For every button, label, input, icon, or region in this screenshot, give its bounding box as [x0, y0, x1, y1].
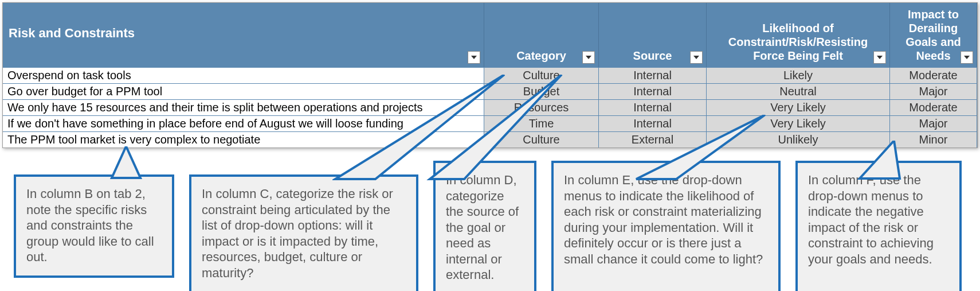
col-header-source-label: Source [633, 49, 672, 63]
callout-f-text: In column F, use the drop-down menus to … [808, 173, 934, 266]
callout-pointer-c2 [424, 75, 573, 181]
svg-marker-2 [693, 56, 699, 59]
svg-marker-0 [471, 56, 477, 59]
svg-marker-1 [586, 56, 591, 59]
callout-pointer-b [109, 146, 143, 181]
col-header-likelihood-label: Likelihood of Constraint/Risk/Resisting … [712, 21, 884, 63]
svg-marker-8 [636, 115, 765, 179]
callout-pointer-e [630, 115, 779, 181]
callout-pointer-f [854, 141, 911, 181]
filter-dropdown-source[interactable] [690, 51, 703, 64]
col-header-likelihood: Likelihood of Constraint/Risk/Resisting … [707, 3, 890, 67]
cell-likelihood[interactable]: Likely [707, 68, 890, 83]
svg-marker-4 [964, 56, 970, 59]
col-header-impact: Impact to Derailing Goals and Needs [890, 3, 977, 67]
svg-marker-7 [430, 75, 562, 179]
col-header-impact-label: Impact to Derailing Goals and Needs [896, 7, 971, 63]
callout-column-c: In column C, categorize the risk or cons… [189, 174, 418, 291]
filter-dropdown-impact[interactable] [961, 51, 973, 64]
cell-impact[interactable]: Moderate [890, 100, 977, 115]
col-header-category-label: Category [516, 49, 566, 63]
cell-source[interactable]: Internal [599, 84, 707, 99]
cell-likelihood[interactable]: Neutral [707, 84, 890, 99]
callout-e-text: In column E, use the drop-down menus to … [564, 173, 763, 266]
cell-source[interactable]: Internal [599, 100, 707, 115]
filter-dropdown-category[interactable] [582, 51, 595, 64]
cell-impact[interactable]: Major [890, 116, 977, 131]
col-header-risk: Risk and Constraints [3, 3, 484, 67]
filter-dropdown-risk[interactable] [468, 51, 480, 64]
col-header-source: Source [599, 3, 707, 67]
table-header-row: Risk and Constraints Category Source Lik… [3, 3, 977, 67]
callout-column-b: In column B on tab 2, note the specific … [14, 174, 174, 278]
cell-impact[interactable]: Major [890, 84, 977, 99]
cell-source[interactable]: Internal [599, 68, 707, 83]
filter-dropdown-likelihood[interactable] [873, 51, 886, 64]
svg-marker-3 [877, 56, 883, 59]
cell-impact[interactable]: Moderate [890, 68, 977, 83]
col-header-category: Category [484, 3, 599, 67]
cell-likelihood[interactable]: Very Likely [707, 100, 890, 115]
callout-d-text: In column D, categorize the source of th… [446, 173, 519, 282]
col-header-risk-label: Risk and Constraints [9, 26, 135, 41]
callout-c-text: In column C, categorize the risk or cons… [202, 187, 393, 280]
callout-b-text: In column B on tab 2, note the specific … [26, 187, 154, 264]
svg-marker-9 [860, 141, 900, 179]
svg-marker-5 [112, 146, 140, 178]
